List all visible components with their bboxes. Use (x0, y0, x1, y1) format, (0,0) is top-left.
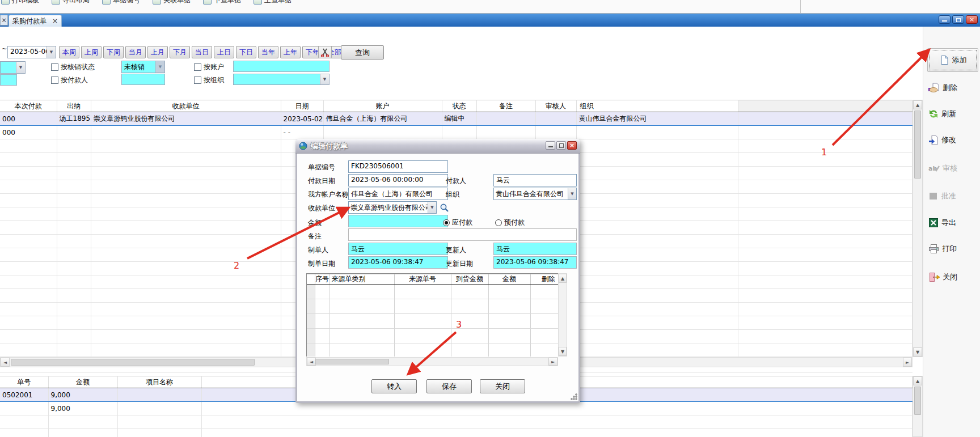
checkbox-icon[interactable] (194, 63, 201, 71)
date-range-button[interactable]: 上周 (81, 46, 102, 58)
table-row[interactable] (307, 343, 567, 357)
table-row[interactable] (307, 299, 567, 314)
save-button[interactable]: 保存 (426, 379, 472, 393)
close-all-tabs-icon[interactable]: × (0, 15, 8, 26)
vertical-scrollbar[interactable]: ▲ ▼ (913, 100, 923, 357)
date-range-button[interactable]: 下月 (170, 46, 190, 58)
toolbar-item[interactable]: 下查单据 (203, 0, 241, 5)
toolbar-item[interactable]: 打印模板 (1, 0, 39, 5)
date-range-button[interactable]: 上月 (147, 46, 168, 58)
export-button[interactable]: 导出 (928, 215, 978, 231)
transfer-in-button[interactable]: 转入 (371, 379, 417, 393)
writeoff-status-select[interactable]: 未核销 ▼ (121, 61, 165, 73)
date-picker[interactable]: 2023-05-06 ▼ (7, 46, 56, 58)
left-filter-combo[interactable]: ▼ (0, 61, 26, 74)
tab-purchase-payment[interactable]: 采购付款单 × (9, 15, 62, 27)
column-header[interactable]: 审核人 (535, 100, 576, 112)
org-select[interactable]: 黄山伟旦合金有限公司 ▼ (493, 188, 577, 200)
modify-button[interactable]: 修改 (928, 132, 978, 148)
column-header[interactable]: 备注 (476, 100, 535, 112)
column-header[interactable]: 收款单位 (91, 100, 281, 112)
pay-date-input[interactable]: 2023-05-06 00:00:00 (348, 174, 448, 186)
table-row[interactable] (307, 314, 567, 329)
vertical-scrollbar[interactable]: ▲ (913, 376, 923, 437)
org-select[interactable]: ▼ (233, 74, 330, 85)
chevron-down-icon[interactable]: ▼ (568, 188, 576, 200)
checkbox-icon[interactable] (194, 77, 201, 84)
date-range-button[interactable]: 上年 (280, 46, 301, 58)
delete-button[interactable]: 删除 (928, 80, 978, 96)
date-range-button[interactable]: 当月 (125, 46, 146, 58)
table-row[interactable]: 000- - (0, 126, 913, 139)
our-account-input[interactable]: 伟旦合金（上海）有限公司 (348, 188, 448, 200)
date-range-button[interactable]: 下日 (236, 46, 256, 58)
column-header[interactable]: 金额 (48, 376, 117, 388)
toolbar-item[interactable]: 关联单据 (153, 0, 191, 5)
print-button[interactable]: 打印 (928, 241, 978, 257)
date-range-button[interactable]: 上日 (214, 46, 234, 58)
toolbar-item[interactable]: 上查单据 (254, 0, 292, 5)
chevron-down-icon[interactable]: ▼ (428, 202, 436, 213)
dialog-maximize-button[interactable] (556, 141, 566, 150)
date-range-button[interactable]: 下周 (103, 46, 124, 58)
dialog-minimize-button[interactable] (546, 141, 555, 150)
org-checkbox[interactable]: 按组织 (194, 74, 224, 86)
left-filter-input[interactable] (0, 74, 17, 86)
checkbox-icon[interactable] (51, 77, 58, 84)
dialog-title-bar[interactable]: 编辑付款单 × (295, 139, 580, 154)
table-row[interactable] (0, 429, 913, 437)
chevron-down-icon[interactable]: ▼ (155, 61, 164, 73)
payable-radio[interactable]: 应付款 (443, 218, 472, 227)
table-row[interactable]: 9,000 (0, 402, 913, 415)
toolbar-item[interactable]: 单据编号 (102, 0, 140, 5)
payee-search-button[interactable] (438, 201, 450, 214)
payer-input[interactable]: 马云 (493, 174, 577, 186)
dialog-horizontal-scrollbar[interactable]: ◄ ► (306, 357, 558, 366)
doc-no-input[interactable]: FKD230506001 (348, 160, 448, 173)
dialog-vertical-scrollbar[interactable]: ▲ ▼ (558, 273, 567, 357)
payer-checkbox[interactable]: 按付款人 (51, 74, 88, 86)
clear-filter-button[interactable] (318, 46, 332, 58)
amount-input[interactable] (348, 215, 448, 227)
resize-grip[interactable] (571, 393, 577, 400)
date-range-button[interactable]: 当年 (258, 46, 278, 58)
column-header[interactable]: 到货金额 (451, 274, 488, 285)
column-header[interactable] (307, 274, 315, 285)
table-row[interactable] (307, 329, 567, 343)
column-header[interactable]: 日期 (281, 100, 323, 112)
chevron-down-icon[interactable]: ▼ (16, 62, 25, 73)
restore-button[interactable] (952, 15, 964, 24)
dialog-close-button[interactable]: × (567, 141, 577, 150)
column-header[interactable]: 来源单号 (394, 274, 451, 285)
table-row[interactable] (307, 285, 567, 299)
column-header[interactable]: 来源单类别 (330, 274, 394, 285)
payee-select[interactable]: 崇义章源钨业股份有限公司 ▼ (348, 201, 437, 214)
column-header[interactable]: 账户 (323, 100, 442, 112)
column-header[interactable]: 序号 (315, 274, 330, 285)
close-form-button[interactable]: 关闭 (928, 269, 978, 285)
refresh-button[interactable]: 刷新 (928, 106, 978, 122)
table-row[interactable] (0, 415, 913, 429)
date-range-button[interactable]: 当日 (192, 46, 212, 58)
column-header[interactable]: 状态 (442, 100, 476, 112)
chevron-down-icon[interactable]: ▼ (47, 46, 56, 58)
checkbox-icon[interactable] (51, 63, 58, 71)
payer-input[interactable] (121, 74, 165, 85)
prepaid-radio[interactable]: 预付款 (495, 218, 525, 227)
column-header[interactable] (738, 100, 913, 112)
column-header[interactable]: 组织 (576, 100, 738, 112)
column-header[interactable]: 金额 (488, 274, 530, 285)
query-button[interactable]: 查询 (341, 45, 384, 60)
table-row[interactable]: 000汤工1895崇义章源钨业股份有限公司2023-05-02伟旦合金（上海）有… (0, 112, 913, 126)
chevron-down-icon[interactable]: ▼ (320, 74, 329, 84)
dialog-close-action-button[interactable]: 关闭 (480, 379, 525, 393)
toolbar-item[interactable]: 导出布局 (52, 0, 90, 5)
column-header[interactable]: 项目名称 (117, 376, 201, 388)
column-header[interactable]: 单号 (0, 376, 48, 388)
column-header[interactable]: 出纳 (57, 100, 91, 112)
column-header[interactable]: 本次付款 (0, 100, 57, 112)
date-range-button[interactable]: 本周 (59, 46, 79, 58)
close-button[interactable]: × (966, 15, 978, 24)
tab-close-icon[interactable]: × (52, 17, 58, 25)
add-button[interactable]: 添加 (927, 48, 978, 72)
